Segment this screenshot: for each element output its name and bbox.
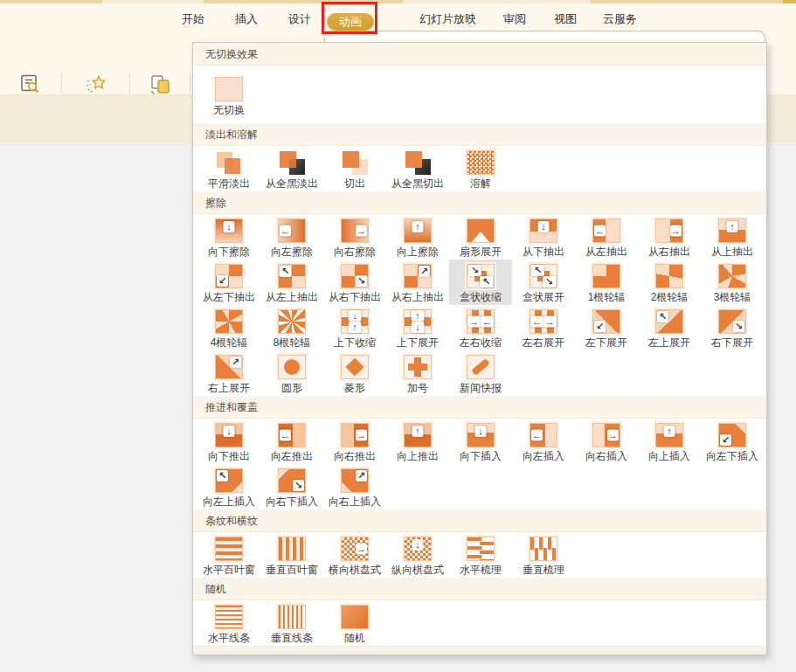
tab-home[interactable]: 开始: [182, 11, 204, 27]
transition-item-label: 随机: [323, 631, 386, 646]
transition-item-comb-v[interactable]: 垂直梳理: [512, 532, 575, 578]
transition-item-insert-br[interactable]: ↘向右下插入: [260, 464, 323, 509]
transition-item-label: 向左推出: [260, 449, 323, 464]
fade-black-icon: [278, 150, 306, 175]
section-items: 平滑淡出从全黑淡出切出从全黑切出溶解: [193, 146, 766, 191]
section-header: 无切换效果: [193, 43, 766, 66]
transition-item-tri-bl[interactable]: ↙左下展开: [575, 305, 638, 350]
transition-item-pull-right[interactable]: →从右抽出: [638, 214, 701, 260]
transition-item-label: 从左下抽出: [197, 290, 260, 305]
transition-item-insert-right[interactable]: →向右插入: [575, 419, 638, 464]
transition-item-quad-br[interactable]: ↘从右下抽出: [323, 260, 386, 305]
tab-design[interactable]: 设计: [288, 11, 311, 27]
tab-view[interactable]: 视图: [554, 11, 577, 27]
direction-arrow-icon: ←: [280, 430, 291, 441]
transition-item-tri-tr[interactable]: ↗右上展开: [197, 350, 260, 396]
transition-item-insert-bl[interactable]: ↙向左下插入: [701, 419, 764, 464]
transition-item-bar-v-out[interactable]: 左右展开: [512, 305, 575, 350]
transition-item-spoke1[interactable]: 1根轮辐: [575, 260, 638, 305]
transition-item-wipe-up[interactable]: ↑向上擦除: [386, 214, 449, 260]
transition-item-wipe-right[interactable]: →向右擦除: [323, 214, 386, 260]
transition-item-label: 盒状展开: [512, 290, 575, 305]
transition-item-label: 从左上抽出: [260, 290, 323, 305]
transition-item-fade-smooth[interactable]: 平滑淡出: [197, 146, 260, 191]
transition-item-label: 向右插入: [575, 449, 638, 464]
comb-h-icon: [467, 537, 495, 561]
transition-item-pull-up[interactable]: ↑从上抽出: [701, 214, 764, 260]
direction-arrow-icon: →: [356, 430, 367, 441]
transition-item-insert-up[interactable]: ↑向上插入: [638, 419, 701, 464]
app-window: { "colors":{"accent_orange":"#E8803C","a…: [0, 0, 796, 672]
circle-shape-icon: [278, 355, 306, 379]
transition-item-none-square[interactable]: 无切换: [197, 73, 260, 118]
tab-slideshow[interactable]: 幻灯片放映: [419, 11, 476, 27]
transition-item-push-right[interactable]: →向右推出: [323, 419, 386, 464]
blinds-v-icon: [278, 537, 306, 561]
transition-item-box-in[interactable]: 盒状收缩: [449, 260, 512, 305]
transition-item-insert-tr[interactable]: ↗向右上插入: [323, 464, 386, 509]
transition-item-spoke2[interactable]: 2根轮辐: [638, 260, 701, 305]
pull-right-icon: →: [655, 218, 683, 243]
fan-icon: [467, 218, 495, 243]
transition-item-fade-black[interactable]: 从全黑淡出: [260, 146, 323, 191]
transition-item-insert-down[interactable]: ↓向下插入: [449, 419, 512, 464]
transition-item-push-down[interactable]: ↓向下推出: [197, 419, 260, 464]
transition-item-tri-br[interactable]: ↘右下展开: [701, 305, 764, 350]
transition-item-insert-tl[interactable]: ↖向左上插入: [197, 464, 260, 509]
transition-item-blinds-v[interactable]: 垂直百叶窗: [260, 532, 323, 578]
transition-item-spoke4[interactable]: 4根轮辐: [197, 305, 260, 350]
transition-item-blinds-h[interactable]: 水平百叶窗: [197, 532, 260, 578]
transition-item-lines-h[interactable]: 水平线条: [197, 600, 260, 646]
transition-item-dissolve[interactable]: 溶解: [449, 146, 512, 191]
direction-arrow-icon: ↘: [293, 480, 304, 491]
transition-item-label: 右下展开: [701, 336, 764, 350]
transition-item-tri-tl[interactable]: ↖左上展开: [638, 305, 701, 350]
transition-item-wipe-left[interactable]: ←向左擦除: [260, 214, 323, 260]
transition-item-push-up[interactable]: ↑向上推出: [386, 419, 449, 464]
transition-item-random-solid[interactable]: 随机: [323, 600, 386, 646]
transition-item-newsflash[interactable]: 新闻快报: [449, 350, 512, 396]
transition-item-bar-h-in[interactable]: 上下收缩: [323, 305, 386, 350]
transition-item-checker-right[interactable]: →横向棋盘式: [323, 532, 386, 578]
transition-item-insert-left[interactable]: ←向左插入: [512, 419, 575, 464]
wipe-left-icon: ←: [278, 218, 306, 243]
transition-item-quad-bl[interactable]: ↙从左下抽出: [197, 260, 260, 305]
tab-insert[interactable]: 插入: [235, 11, 258, 27]
direction-arrow-icon: →: [670, 225, 682, 237]
transition-item-lines-v[interactable]: 垂直线条: [260, 600, 323, 646]
transition-item-comb-h[interactable]: 水平梳理: [449, 532, 512, 578]
transition-item-bar-v-in[interactable]: 左右收缩: [449, 305, 512, 350]
transition-item-pull-down[interactable]: ↓从下抽出: [512, 214, 575, 260]
direction-arrow-icon: ↗: [419, 266, 430, 277]
transition-item-diamond-shape[interactable]: 菱形: [323, 350, 386, 396]
transition-item-box-out[interactable]: 盒状展开: [512, 260, 575, 305]
transition-item-cut-out[interactable]: 切出: [323, 146, 386, 191]
transition-item-circle-shape[interactable]: 圆形: [260, 350, 323, 396]
transition-item-label: 上下展开: [386, 336, 449, 350]
direction-arrow-icon: →: [356, 544, 367, 555]
transition-item-label: 从下抽出: [512, 245, 575, 260]
transition-item-quad-tl[interactable]: ↖从左上抽出: [260, 260, 323, 305]
transition-item-cut-black[interactable]: 从全黑切出: [386, 146, 449, 191]
transition-item-bar-h-out[interactable]: 上下展开: [386, 305, 449, 350]
transition-item-fan[interactable]: 扇形展开: [449, 214, 512, 260]
diamond-shape-icon: [341, 355, 369, 379]
tab-cloud[interactable]: 云服务: [603, 11, 637, 27]
transition-item-label: 垂直线条: [260, 631, 323, 646]
transition-item-checker-down[interactable]: ↓纵向棋盘式: [386, 532, 449, 578]
wipe-up-icon: ↑: [404, 218, 432, 243]
direction-arrow-icon: ↙: [217, 275, 228, 287]
transition-item-wipe-down[interactable]: ↓向下擦除: [197, 214, 260, 260]
direction-arrow-icon: ↓: [475, 426, 487, 437]
fade-smooth-icon: [215, 150, 243, 175]
transition-item-label: 新闻快报: [449, 381, 512, 396]
transition-sections: 无切换效果无切换淡出和溶解平滑淡出从全黑淡出切出从全黑切出溶解擦除↓向下擦除←向…: [193, 43, 766, 646]
tab-review[interactable]: 审阅: [503, 11, 526, 27]
transition-item-plus-shape[interactable]: 加号: [386, 350, 449, 396]
transition-item-label: 向下擦除: [197, 245, 260, 260]
transition-item-spoke8[interactable]: 8根轮辐: [260, 305, 323, 350]
transition-item-push-left[interactable]: ←向左推出: [260, 419, 323, 464]
transition-item-quad-tr[interactable]: ↗从右上抽出: [386, 260, 449, 305]
transition-item-spoke3[interactable]: 3根轮辐: [701, 260, 764, 305]
transition-item-pull-left[interactable]: ←从左抽出: [575, 214, 638, 260]
